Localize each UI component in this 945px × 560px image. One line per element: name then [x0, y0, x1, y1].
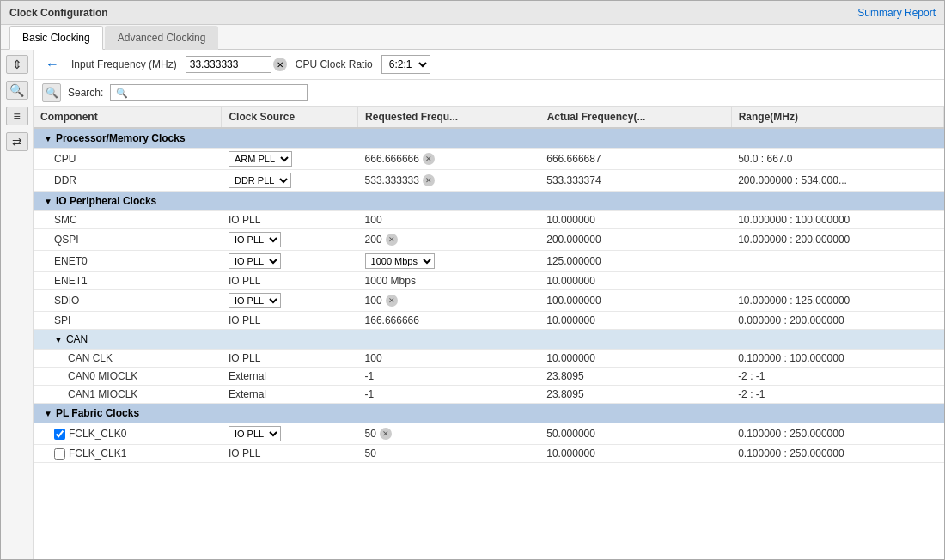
- table-row: DDRDDR PLL533.333333✕533.333374200.00000…: [34, 170, 944, 192]
- actual-freq-value: 10.000000: [546, 214, 595, 226]
- clock-source-value: IO PLL: [229, 352, 260, 364]
- clock-source-value: IO PLL: [229, 314, 260, 326]
- controls-bar: ← Input Frequency (MHz) ✕ CPU Clock Rati…: [34, 50, 944, 80]
- range-value: 50.0 : 667.0: [738, 153, 792, 165]
- group-name: IO Peripheral Clocks: [56, 195, 156, 207]
- chevron-icon: ▼: [44, 197, 52, 206]
- component-name: ENET0: [54, 255, 88, 267]
- table-row: SPIIO PLL166.66666610.0000000.000000 : 2…: [34, 312, 944, 330]
- main-panel: ← Input Frequency (MHz) ✕ CPU Clock Rati…: [34, 50, 944, 559]
- group-header-row[interactable]: ▼Processor/Memory Clocks: [34, 128, 944, 149]
- actual-freq-value: 533.333374: [546, 174, 601, 186]
- summary-report-link[interactable]: Summary Report: [857, 7, 936, 19]
- search-label: Search:: [68, 87, 103, 99]
- range-value: 0.000000 : 200.000000: [738, 314, 844, 326]
- group-header-row[interactable]: ▼PL Fabric Clocks: [34, 404, 944, 423]
- input-freq-label: Input Frequency (MHz): [71, 58, 177, 70]
- requested-freq-value: 1000 Mbps: [365, 275, 416, 287]
- filter-button[interactable]: ≡: [6, 107, 28, 125]
- connections-button[interactable]: ⇄: [6, 132, 28, 151]
- requested-freq-select[interactable]: 1000 Mbps: [365, 253, 435, 269]
- input-freq-field[interactable]: [186, 56, 271, 73]
- search-icon-button[interactable]: 🔍: [42, 83, 61, 102]
- freq-clear-button[interactable]: ✕: [386, 295, 398, 307]
- table-row: SDIOIO PLL100✕100.00000010.000000 : 125.…: [34, 290, 944, 312]
- table-row: CAN1 MIOCLKExternal-123.8095-2 : -1: [34, 386, 944, 404]
- component-name: DDR: [54, 174, 76, 186]
- actual-freq-value: 23.8095: [546, 370, 583, 382]
- clock-source-select[interactable]: IO PLL: [229, 253, 281, 269]
- component-name: ENET1: [54, 275, 88, 287]
- actual-freq-value: 125.000000: [546, 255, 601, 267]
- chevron-icon: ▼: [54, 335, 63, 344]
- table-container: Component Clock Source Requested Frequ..…: [34, 107, 944, 559]
- component-name: SMC: [54, 214, 77, 226]
- table-row: CPUARM PLL666.666666✕666.66668750.0 : 66…: [34, 149, 944, 170]
- component-name: CAN0 MIOCLK: [68, 370, 137, 382]
- requested-freq-value: 666.666666: [365, 153, 419, 165]
- requested-freq-value: -1: [365, 388, 375, 400]
- chevron-icon: ▼: [44, 409, 52, 418]
- col-component: Component: [34, 107, 222, 128]
- clock-source-value: IO PLL: [229, 214, 260, 226]
- row-checkbox[interactable]: [54, 429, 65, 440]
- table-row: QSPIIO PLL200✕200.00000010.000000 : 200.…: [34, 229, 944, 251]
- col-clock-source: Clock Source: [222, 107, 358, 128]
- cpu-clock-ratio-select[interactable]: 6:2:1 4:2:1 2:1:1: [381, 55, 430, 74]
- range-value: 10.000000 : 200.000000: [738, 234, 850, 246]
- requested-freq-value: 100: [365, 295, 382, 307]
- freq-clear-button[interactable]: ✕: [423, 153, 435, 165]
- col-range: Range(MHz): [731, 107, 943, 128]
- freq-clear-button[interactable]: ✕: [380, 428, 392, 440]
- component-name: SDIO: [54, 295, 79, 307]
- group-name: Processor/Memory Clocks: [56, 132, 186, 144]
- back-button[interactable]: ←: [42, 57, 63, 72]
- expand-all-button[interactable]: ⇕: [6, 55, 28, 74]
- table-row: FCLK_CLK0IO PLL50✕50.0000000.100000 : 25…: [34, 423, 944, 445]
- col-requested-freq: Requested Frequ...: [358, 107, 540, 128]
- sub-group-header-row[interactable]: ▼CAN: [34, 330, 944, 350]
- clock-source-select[interactable]: DDR PLL: [229, 173, 291, 188]
- actual-freq-value: 23.8095: [546, 388, 583, 400]
- table-row: CAN0 MIOCLKExternal-123.8095-2 : -1: [34, 368, 944, 386]
- tab-advanced-clocking[interactable]: Advanced Clocking: [105, 26, 219, 50]
- clock-source-select[interactable]: IO PLL: [229, 293, 281, 308]
- table-row: SMCIO PLL10010.00000010.000000 : 100.000…: [34, 211, 944, 229]
- range-value: 0.100000 : 250.000000: [738, 447, 844, 460]
- tabs-bar: Basic Clocking Advanced Clocking: [1, 25, 944, 50]
- sub-group-name: CAN: [66, 333, 88, 345]
- tab-basic-clocking[interactable]: Basic Clocking: [9, 26, 103, 50]
- clock-table: Component Clock Source Requested Frequ..…: [34, 107, 944, 463]
- clock-source-value: External: [229, 370, 266, 382]
- row-checkbox[interactable]: [54, 448, 65, 460]
- group-header-row[interactable]: ▼IO Peripheral Clocks: [34, 192, 944, 211]
- range-value: -2 : -1: [738, 388, 765, 400]
- table-row: ENET0IO PLL1000 Mbps125.000000: [34, 251, 944, 272]
- actual-freq-value: 10.000000: [546, 314, 595, 326]
- requested-freq-value: 533.333333: [365, 174, 419, 186]
- clock-source-select[interactable]: ARM PLL: [229, 151, 292, 167]
- table-row: CAN CLKIO PLL10010.0000000.100000 : 100.…: [34, 350, 944, 368]
- range-value: 10.000000 : 125.000000: [738, 295, 850, 307]
- search-input[interactable]: [131, 87, 286, 99]
- search-toolbar-button[interactable]: 🔍: [6, 81, 28, 100]
- requested-freq-value: 100: [365, 352, 382, 364]
- table-row: ENET1IO PLL1000 Mbps10.000000: [34, 272, 944, 290]
- clock-source-select[interactable]: IO PLL: [229, 232, 281, 247]
- input-freq-clear[interactable]: ✕: [273, 58, 287, 71]
- clock-source-value: IO PLL: [229, 275, 260, 287]
- cpu-clock-ratio-label: CPU Clock Ratio: [296, 58, 373, 70]
- clock-source-select[interactable]: IO PLL: [229, 426, 281, 441]
- freq-clear-button[interactable]: ✕: [386, 234, 398, 246]
- requested-freq-value: 50: [365, 447, 376, 460]
- actual-freq-value: 666.666687: [546, 153, 601, 165]
- actual-freq-value: 200.000000: [546, 234, 601, 246]
- component-name: FCLK_CLK1: [69, 447, 126, 460]
- col-actual-freq: Actual Frequency(...: [540, 107, 731, 128]
- search-bar: 🔍 Search: 🔍: [34, 80, 944, 107]
- actual-freq-value: 100.000000: [546, 295, 601, 307]
- actual-freq-value: 50.000000: [546, 428, 595, 440]
- chevron-icon: ▼: [44, 134, 52, 143]
- freq-clear-button[interactable]: ✕: [423, 174, 435, 186]
- actual-freq-value: 10.000000: [546, 275, 595, 287]
